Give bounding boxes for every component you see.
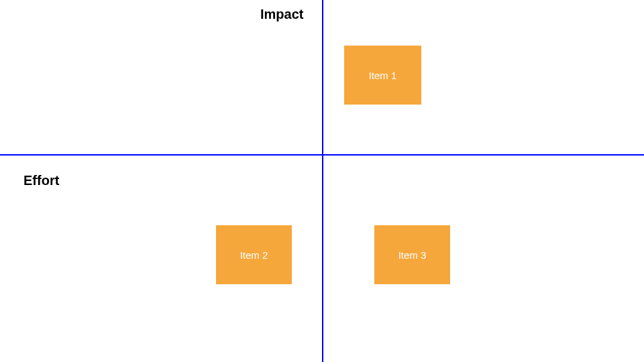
matrix-item-3[interactable]: Item 3 bbox=[374, 225, 450, 284]
matrix-item-1-label: Item 1 bbox=[369, 70, 397, 81]
horizontal-axis bbox=[0, 154, 644, 156]
matrix-item-3-label: Item 3 bbox=[398, 249, 427, 261]
effort-axis-label: Effort bbox=[23, 173, 59, 188]
matrix-item-2[interactable]: Item 2 bbox=[216, 225, 292, 284]
impact-axis-label: Impact bbox=[260, 7, 303, 22]
vertical-axis bbox=[322, 0, 323, 362]
matrix-item-1[interactable]: Item 1 bbox=[344, 46, 421, 105]
matrix-item-2-label: Item 2 bbox=[240, 249, 268, 261]
